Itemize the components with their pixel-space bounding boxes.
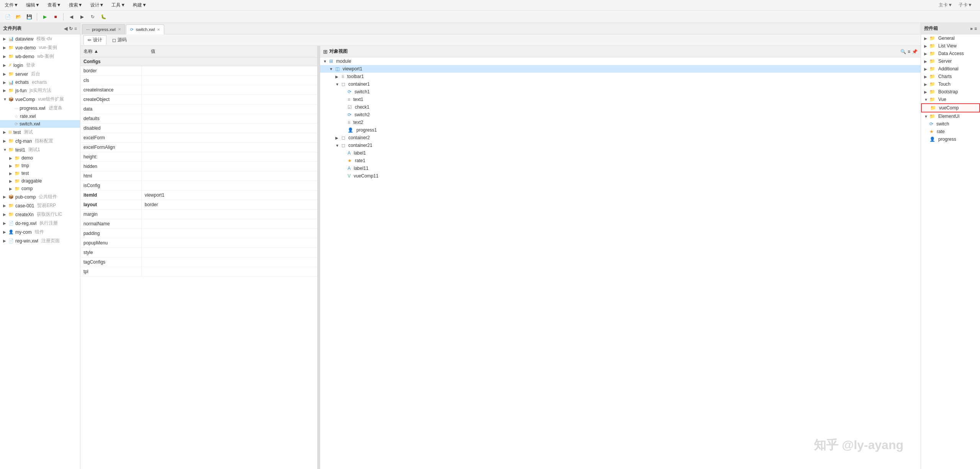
obj-tree-item[interactable]: ▶≡toolbar1 [320,73,921,80]
comp-item[interactable]: ▶📁Touch [921,80,980,88]
obj-tree-item[interactable]: ▼◫viewport1 [320,65,921,73]
props-row[interactable]: popupMenu [80,238,317,248]
props-row[interactable]: normalName [80,219,317,229]
props-row[interactable]: tpl [80,267,317,277]
obj-tree-item[interactable]: Alabel1 [320,149,921,157]
file-tree-item[interactable]: ▶📦pub-comp公共组件 [0,192,80,201]
props-row[interactable]: isConfig [80,181,317,191]
props-row[interactable]: excelForm [80,133,317,143]
props-row[interactable]: itemIdviewport1 [80,191,317,200]
props-row[interactable]: disabled [80,124,317,133]
toolbar-run[interactable]: ▶ [40,12,49,21]
obj-tree-item[interactable]: ⟳switch2 [320,111,921,119]
file-tree-item[interactable]: ▶📁createXn获取医疗LIC [0,210,80,219]
file-panel-btn-menu[interactable]: ≡ [74,26,77,31]
file-tree-item[interactable]: ▶📊echatsecharts [0,78,80,86]
menu-edit[interactable]: 编辑▼ [24,1,41,9]
obj-tree-item[interactable]: ≡text2 [320,119,921,126]
props-row[interactable]: border [80,66,317,76]
menu-tools[interactable]: 工具▼ [110,1,127,9]
file-tree-item[interactable]: ▶📄do-reg.xwl执行注册 [0,219,80,228]
file-tree-item[interactable]: ▶📁vue-demovue-案例 [0,43,80,52]
comp-item[interactable]: ▶📁Charts [921,73,980,80]
comp-item[interactable]: ▶📁List View [921,42,980,50]
props-row[interactable]: createObject [80,95,317,104]
menu-file[interactable]: 文件▼ [3,1,20,9]
obj-tree-item[interactable]: ⟳switch1 [320,88,921,96]
file-tree-item[interactable]: ▶📁draggable [0,177,80,185]
tab-sub-card[interactable]: 子卡▼ [957,1,974,9]
toolbar-save[interactable]: 💾 [24,12,34,21]
comp-item[interactable]: ▶📁Additional [921,65,980,73]
obj-tree-item[interactable]: ▼◻container1 [320,80,921,88]
file-tree-item[interactable]: ▶📁demo [0,154,80,162]
file-tree-item[interactable]: ⟳switch.xwl [0,120,80,128]
file-tree-item[interactable]: ▶📄reg-win.xwl注册页面 [0,236,80,245]
comp-item[interactable]: ▶📁General [921,34,980,42]
tab-main-card[interactable]: 主卡▼ [937,1,954,9]
props-row[interactable]: layoutborder [80,200,317,210]
toolbar-forward[interactable]: ▶ [77,12,87,21]
obj-panel-btn-pin[interactable]: 📌 [912,49,918,54]
props-row[interactable]: createInstance [80,85,317,95]
file-tree-item[interactable]: ▶📁tmp [0,162,80,169]
file-tree-item[interactable]: ▶👤my-com组件 [0,228,80,236]
file-tree-item[interactable]: ▶📁case-001贸易ERP [0,201,80,210]
toolbar-stop[interactable]: ■ [51,12,60,21]
props-row[interactable]: style [80,248,317,257]
menu-view[interactable]: 查看▼ [46,1,63,9]
toolbar-refresh[interactable]: ↻ [88,12,97,21]
props-row[interactable]: tagConfigs [80,257,317,267]
comp-item[interactable]: ▶📁Bootstrap [921,88,980,96]
file-tree-item[interactable]: ▼📁test1测试1 [0,145,80,154]
menu-build[interactable]: 构建▼ [131,1,148,9]
tab-switch-close[interactable]: ✕ [157,28,160,32]
file-tree-item[interactable]: ▶📁js-funjs实用方法 [0,86,80,95]
file-tree-item[interactable]: ▶✗login登录 [0,61,80,70]
obj-tree-item[interactable]: ▼◻container21 [320,142,921,149]
comp-item[interactable]: ▶📁Server [921,57,980,65]
file-panel-btn-left[interactable]: ◀ [64,26,67,31]
props-row[interactable]: cls [80,76,317,85]
obj-tree-item[interactable]: ★rate1 [320,157,921,164]
props-row[interactable]: data [80,104,317,114]
file-tree-item[interactable]: ▶📁cfg-man指标配置 [0,137,80,145]
props-row[interactable]: margin [80,210,317,219]
tab-switch[interactable]: ⟳ switch.xwl ✕ [126,24,165,34]
toolbar-new[interactable]: 📄 [3,12,12,21]
menu-design[interactable]: 设计▼ [89,1,106,9]
comp-item[interactable]: ▶📁Data Access [921,50,980,57]
comp-item[interactable]: 👤progress [921,135,980,143]
comp-item[interactable]: ▼📁Vue [921,96,980,103]
comp-item[interactable]: ⟳switch [921,120,980,128]
design-tab-source[interactable]: ◻ 源码 [108,35,131,45]
toolbar-open[interactable]: 📂 [14,12,23,21]
obj-panel-btn-filter[interactable]: 🔍 [900,49,906,54]
toolbar-debug[interactable]: 🐛 [99,12,108,21]
obj-tree-item[interactable]: ≡text1 [320,96,921,103]
file-tree-item[interactable]: ▶📁test [0,169,80,177]
comp-item[interactable]: ★rate [921,128,980,135]
file-tree-item[interactable]: ▶📁comp [0,185,80,192]
comp-item[interactable]: 📁vueComp [921,103,980,112]
obj-tree-item[interactable]: Alabel11 [320,164,921,172]
comp-item[interactable]: ▼📁ElementUi [921,112,980,120]
obj-tree-item[interactable]: ▼⊞module [320,57,921,65]
obj-panel-btn-list[interactable]: ≡ [908,49,910,54]
menu-search[interactable]: 搜索▼ [67,1,84,9]
file-tree-item[interactable]: ▶📁wb-demowb-案例 [0,52,80,61]
toolbar-back[interactable]: ◀ [67,12,76,21]
props-row[interactable]: height: [80,152,317,162]
file-tree-item[interactable]: ▶⊞test测试 [0,128,80,137]
file-tree-item[interactable]: ▼📦vueCompvue组件扩展 [0,95,80,104]
file-tree-item[interactable]: ···progress.xwl进度条 [0,104,80,112]
props-row[interactable]: excelFormAlign [80,143,317,152]
tab-progress[interactable]: ··· progress.xwl ✕ [82,24,125,34]
file-tree-item[interactable]: ▶📊dataview模板-dv [0,34,80,43]
obj-tree-item[interactable]: VvueComp11 [320,172,921,180]
comp-panel-btn-expand[interactable]: » [970,26,973,31]
props-row[interactable]: defaults [80,114,317,124]
file-panel-btn-refresh[interactable]: ↻ [69,26,73,31]
comp-panel-btn-menu[interactable]: ≡ [974,26,977,31]
props-row[interactable]: html [80,171,317,181]
